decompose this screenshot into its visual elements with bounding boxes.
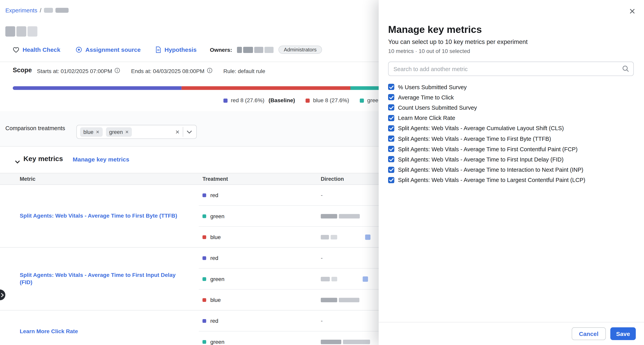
metric-option-label: Learn More Click Rate (398, 115, 455, 121)
scope-rule: Rule: default rule (224, 68, 265, 74)
clear-all-icon[interactable]: × (175, 128, 180, 135)
chip-remove-icon[interactable]: × (125, 129, 128, 135)
metric-link[interactable]: Split Agents: Web Vitals - Average Time … (20, 212, 177, 220)
treatment-name: blue (210, 297, 221, 303)
column-header-treatment: Treatment (199, 176, 317, 182)
redacted-breadcrumb-text (44, 8, 53, 13)
treatment-name: red (210, 318, 218, 324)
search-input[interactable] (388, 62, 634, 76)
treatment-name: green (210, 276, 224, 282)
redacted-indicator (363, 276, 368, 282)
treatment-name: blue (210, 234, 221, 240)
target-icon (76, 47, 82, 53)
owners-row: Owners: Administrators (210, 45, 322, 55)
metric-option-label: Split Agents: Web Vitals - Average Time … (398, 177, 585, 183)
metric-option[interactable]: Count Users Submitted Survey (388, 102, 636, 113)
treatment-swatch-green (202, 214, 206, 218)
metric-option[interactable]: Split Agents: Web Vitals - Average Time … (388, 134, 636, 144)
owners-label: Owners: (210, 47, 232, 53)
select-divider (183, 127, 183, 137)
metric-option-label: Count Users Submitted Survey (398, 104, 477, 111)
manage-key-metrics-link[interactable]: Manage key metrics (73, 156, 129, 163)
info-icon[interactable] (207, 68, 212, 74)
info-icon[interactable] (114, 68, 120, 74)
treatment-chip-green[interactable]: green × (106, 127, 132, 137)
metric-option[interactable]: Split Agents: Web Vitals - Average Time … (388, 144, 636, 154)
comparison-treatments-select[interactable]: blue × green × × (76, 125, 196, 139)
tab-hypothesis[interactable]: Hypothesis (156, 47, 196, 53)
redacted-value (339, 297, 360, 302)
chip-label: green (109, 129, 123, 135)
treatment-name: red (210, 192, 218, 198)
redacted-owner-name (237, 47, 274, 53)
treatment-swatch-red (202, 193, 206, 197)
metric-option[interactable]: Learn More Click Rate (388, 113, 636, 123)
metric-option[interactable]: Split Agents: Web Vitals - Average Time … (388, 164, 636, 175)
checkbox-checked-icon[interactable] (388, 156, 394, 162)
cancel-button[interactable]: Cancel (572, 327, 606, 340)
treatment-swatch-red (202, 319, 206, 323)
metric-option-label: Split Agents: Web Vitals - Average Time … (398, 146, 578, 152)
checkbox-checked-icon[interactable] (388, 167, 394, 173)
metric-option-label: Average Time to Click (398, 94, 454, 100)
chip-remove-icon[interactable]: × (96, 129, 99, 135)
drawer-footer: Cancel Save (379, 322, 644, 345)
tab-assignment-source[interactable]: Assignment source (76, 47, 141, 53)
redacted-value (321, 277, 330, 281)
chevron-down-icon[interactable] (186, 128, 192, 136)
collapse-chevron-icon[interactable] (15, 158, 20, 166)
tab-label: Health Check (23, 47, 60, 53)
checkbox-checked-icon[interactable] (388, 84, 394, 90)
treatment-name: red (210, 255, 218, 261)
treatment-name: green (210, 213, 224, 219)
breadcrumb-experiments-link[interactable]: Experiments (5, 7, 37, 14)
metric-link[interactable]: Split Agents: Web Vitals - Average Time … (20, 271, 182, 286)
redacted-page-title (5, 26, 38, 37)
selection-summary: 10 metrics · 10 out of 10 selected (388, 48, 470, 54)
redacted-value (321, 339, 341, 344)
legend-item: red 8 (27.6%) (Baseline) (224, 97, 295, 103)
metric-option[interactable]: Average Time to Click (388, 92, 636, 103)
metric-option-label: Split Agents: Web Vitals - Average Time … (398, 135, 551, 142)
scope-starts-at: Starts at: 01/02/2025 07:00PM (37, 68, 112, 74)
metric-option-label: % Users Submitted Survey (398, 84, 467, 90)
metric-option[interactable]: Split Agents: Web Vitals - Average Time … (388, 175, 636, 185)
redacted-breadcrumb-text (55, 8, 68, 13)
metric-option[interactable]: Split Agents: Web Vitals - Average Time … (388, 154, 636, 165)
checkbox-checked-icon[interactable] (388, 177, 394, 183)
checkbox-checked-icon[interactable] (388, 146, 394, 152)
metric-link[interactable]: Learn More Click Rate (20, 327, 78, 335)
breadcrumb-separator: / (40, 7, 41, 14)
treatment-swatch-green (202, 277, 206, 281)
treatment-swatch-green (202, 340, 206, 343)
redacted-value (339, 214, 360, 218)
checkbox-checked-icon[interactable] (388, 136, 394, 142)
redacted-title-block (28, 26, 38, 37)
tab-health-check[interactable]: Health Check (13, 47, 60, 53)
redacted-value (332, 277, 337, 281)
administrators-badge: Administrators (278, 46, 322, 54)
key-metrics-title: Key metrics (24, 155, 63, 163)
legend-item: blue 8 (27.6%) (306, 97, 349, 103)
redacted-value (321, 297, 337, 302)
manage-key-metrics-drawer: × Manage key metrics You can select up t… (379, 0, 644, 345)
checkbox-checked-icon[interactable] (388, 125, 394, 131)
breadcrumb: Experiments / (5, 7, 68, 14)
checkbox-checked-icon[interactable] (388, 94, 394, 100)
checkbox-checked-icon[interactable] (388, 105, 394, 111)
metric-option[interactable]: % Users Submitted Survey (388, 82, 636, 92)
close-icon[interactable]: × (629, 6, 635, 16)
checkbox-checked-icon[interactable] (388, 115, 394, 121)
tab-label: Hypothesis (164, 47, 196, 53)
save-button[interactable]: Save (610, 327, 636, 340)
scope-ends-at: Ends at: 04/03/2025 08:00PM (131, 68, 204, 74)
redacted-title-block (16, 26, 26, 37)
column-header-metric: Metric (0, 176, 199, 182)
metric-search (388, 62, 634, 76)
direction-value: - (321, 255, 323, 261)
metric-option[interactable]: Split Agents: Web Vitals - Average Cumul… (388, 123, 636, 134)
treatment-chip-blue[interactable]: blue × (80, 127, 102, 137)
redacted-value (343, 339, 370, 344)
direction-value: - (321, 192, 323, 198)
bar-segment-red (13, 86, 182, 90)
